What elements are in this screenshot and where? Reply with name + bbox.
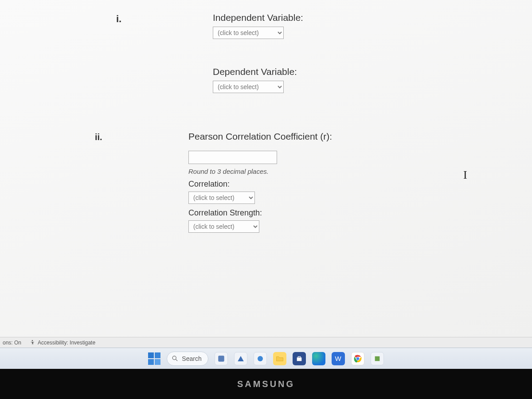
select-correlation-strength[interactable]: (click to select) [188, 220, 259, 233]
taskbar-app-9-icon[interactable] [371, 352, 384, 365]
start-button[interactable] [148, 352, 160, 365]
text-cursor-icon: I [463, 168, 467, 182]
marker-i: i. [116, 13, 121, 25]
marker-ii: ii. [95, 132, 102, 142]
taskbar-app-2-icon[interactable] [234, 352, 247, 365]
select-independent-variable[interactable]: (click to select) [213, 27, 284, 39]
edge-browser-icon[interactable] [312, 352, 325, 365]
status-bar: ons: On Accessibility: Investigate [0, 337, 532, 348]
status-ons: ons: On [3, 340, 21, 346]
section-ii: Pearson Correlation Coefficient (r): Rou… [188, 131, 332, 233]
hint-round: Round to 3 decimal places. [188, 168, 332, 175]
file-explorer-icon[interactable] [273, 352, 286, 365]
word-app-icon[interactable]: W [332, 352, 345, 365]
section-i-independent: Independent Variable: (click to select) [213, 12, 303, 39]
section-i-dependent: Dependent Variable: (click to select) [213, 66, 297, 93]
accessibility-icon [29, 340, 35, 346]
svg-point-0 [32, 340, 33, 341]
taskbar-search[interactable]: Search [167, 352, 208, 366]
worksheet-page: i. Independent Variable: (click to selec… [0, 0, 532, 337]
taskbar: Search W [0, 348, 532, 369]
label-pearson: Pearson Correlation Coefficient (r): [188, 131, 332, 142]
taskbar-app-1-icon[interactable] [215, 352, 228, 365]
label-correlation-strength: Correlation Strength: [188, 208, 332, 218]
label-dependent-variable: Dependent Variable: [213, 66, 297, 77]
svg-rect-8 [375, 356, 379, 361]
microsoft-store-icon[interactable] [293, 352, 306, 365]
label-correlation: Correlation: [188, 180, 332, 189]
monitor-brand: SAMSUNG [237, 379, 295, 389]
input-pearson-r[interactable] [188, 151, 277, 164]
svg-line-2 [176, 359, 178, 361]
select-correlation[interactable]: (click to select) [188, 192, 255, 204]
status-accessibility[interactable]: Accessibility: Investigate [29, 340, 95, 346]
chrome-browser-icon[interactable] [351, 352, 364, 365]
monitor-bezel: SAMSUNG [0, 369, 532, 399]
svg-point-4 [258, 356, 263, 361]
search-icon [172, 355, 178, 362]
svg-point-1 [173, 356, 176, 360]
label-independent-variable: Independent Variable: [213, 12, 303, 23]
select-dependent-variable[interactable]: (click to select) [213, 81, 284, 93]
svg-rect-3 [218, 356, 224, 362]
taskbar-app-3-icon[interactable] [254, 352, 267, 365]
